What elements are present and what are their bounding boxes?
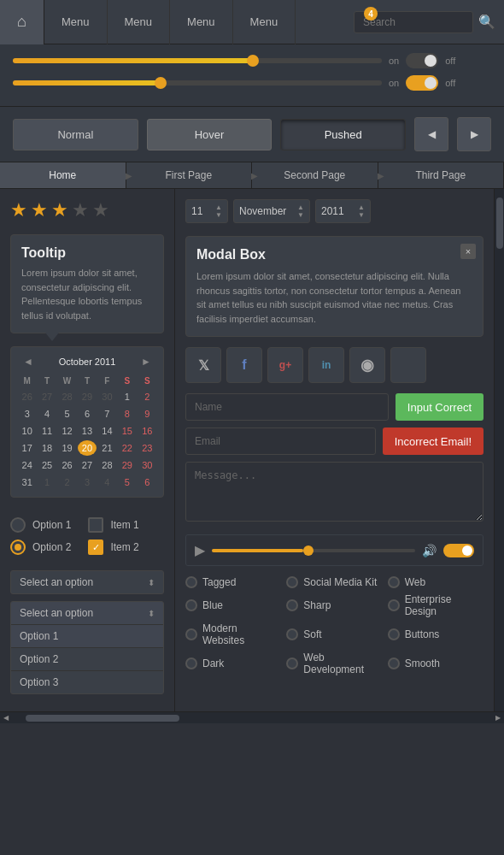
day-up-icon[interactable]: ▲ bbox=[215, 203, 222, 211]
day-down-icon[interactable]: ▼ bbox=[215, 211, 222, 219]
tag-buttons[interactable]: Buttons bbox=[388, 622, 483, 646]
cal-day[interactable]: 28 bbox=[58, 389, 76, 404]
scroll-right-arrow[interactable]: ▶ bbox=[492, 712, 504, 724]
select-option-2[interactable]: Option 2 bbox=[11, 647, 163, 670]
menu-item-4[interactable]: Menu bbox=[233, 0, 296, 44]
menu-item-3[interactable]: Menu bbox=[170, 0, 233, 44]
cal-day[interactable]: 26 bbox=[58, 457, 76, 473]
cal-today[interactable]: 20 bbox=[78, 440, 96, 456]
cal-day[interactable]: 3 bbox=[78, 475, 96, 490]
tag-tagged[interactable]: Tagged bbox=[185, 576, 281, 588]
checkbox-item-1[interactable]: Item 1 bbox=[88, 517, 138, 533]
menu-item-2[interactable]: Menu bbox=[108, 0, 171, 44]
twitter-button[interactable]: 𝕏 bbox=[185, 347, 221, 383]
cal-day[interactable]: 5 bbox=[118, 475, 136, 490]
media-toggle[interactable] bbox=[443, 544, 474, 557]
tag-dark[interactable]: Dark bbox=[185, 652, 281, 675]
tag-smooth[interactable]: Smooth bbox=[388, 652, 483, 675]
cal-day[interactable]: 27 bbox=[38, 389, 56, 404]
cal-day[interactable]: 17 bbox=[18, 440, 36, 456]
message-textarea[interactable] bbox=[185, 462, 483, 522]
cal-day[interactable]: 1 bbox=[118, 389, 136, 404]
rss-button[interactable]: ◉ bbox=[349, 347, 385, 383]
cal-day[interactable]: 8 bbox=[118, 406, 136, 422]
radio-option-1[interactable]: Option 1 bbox=[10, 517, 71, 533]
slider-2[interactable] bbox=[13, 80, 382, 86]
menu-item-1[interactable]: Menu bbox=[44, 0, 108, 44]
star-2[interactable]: ★ bbox=[31, 199, 48, 221]
cal-day[interactable]: 30 bbox=[138, 457, 156, 473]
cal-day[interactable]: 11 bbox=[38, 423, 56, 439]
star-5[interactable]: ★ bbox=[92, 199, 109, 221]
breadcrumb-first[interactable]: First Page bbox=[126, 162, 253, 188]
month-up-icon[interactable]: ▲ bbox=[297, 203, 304, 211]
volume-icon[interactable]: 🔊 bbox=[422, 544, 437, 557]
cal-day[interactable]: 28 bbox=[98, 457, 116, 473]
select-open-header[interactable]: Select an option ⬍ bbox=[11, 602, 163, 624]
cal-day[interactable]: 5 bbox=[58, 406, 76, 422]
linkedin-button[interactable]: in bbox=[308, 347, 344, 383]
toggle-1[interactable] bbox=[406, 53, 438, 68]
horizontal-scrollbar[interactable]: ◀ ▶ bbox=[0, 711, 504, 723]
incorrect-email-button[interactable]: Incorrect Email! bbox=[383, 428, 483, 455]
cal-day[interactable]: 30 bbox=[98, 389, 116, 404]
toggle-2[interactable] bbox=[406, 75, 438, 91]
prev-button[interactable]: ◀ bbox=[414, 117, 448, 151]
cal-day[interactable]: 29 bbox=[78, 389, 96, 404]
cal-day[interactable]: 27 bbox=[78, 457, 96, 473]
star-3[interactable]: ★ bbox=[51, 199, 68, 221]
tag-blue[interactable]: Blue bbox=[185, 593, 281, 617]
vertical-scrollbar[interactable] bbox=[494, 189, 504, 711]
cal-day[interactable]: 4 bbox=[98, 475, 116, 490]
cal-day[interactable]: 2 bbox=[138, 389, 156, 404]
cal-day[interactable]: 18 bbox=[38, 440, 56, 456]
cal-day[interactable]: 24 bbox=[18, 457, 36, 473]
cal-day[interactable]: 23 bbox=[138, 440, 156, 456]
tag-sharp[interactable]: Sharp bbox=[286, 593, 382, 617]
cal-day[interactable]: 16 bbox=[138, 423, 156, 439]
next-button[interactable]: ▶ bbox=[457, 117, 491, 151]
checkbox-item-2[interactable]: ✓ Item 2 bbox=[88, 540, 138, 555]
input-correct-button[interactable]: Input Correct bbox=[396, 393, 483, 421]
day-select[interactable]: 11 ▲ ▼ bbox=[185, 199, 228, 223]
breadcrumb-second[interactable]: Second Page bbox=[252, 162, 378, 188]
select-option-1[interactable]: Option 1 bbox=[11, 624, 163, 647]
cal-day[interactable]: 25 bbox=[38, 457, 56, 473]
year-down-icon[interactable]: ▼ bbox=[358, 211, 365, 219]
media-track[interactable] bbox=[212, 549, 415, 552]
cal-day[interactable]: 26 bbox=[18, 389, 36, 404]
breadcrumb-third[interactable]: Third Page bbox=[378, 162, 505, 188]
star-1[interactable]: ★ bbox=[10, 199, 27, 221]
cal-day[interactable]: 1 bbox=[38, 475, 56, 490]
cal-day[interactable]: 22 bbox=[118, 440, 136, 456]
home-button[interactable]: ⌂ bbox=[0, 0, 44, 44]
modal-close-button[interactable]: × bbox=[460, 244, 476, 259]
hover-button[interactable]: Hover bbox=[147, 119, 273, 150]
slider-1[interactable] bbox=[13, 58, 382, 63]
radio-option-2[interactable]: Option 2 bbox=[10, 540, 71, 555]
tag-modern[interactable]: Modern Websites bbox=[185, 622, 281, 646]
cal-day[interactable]: 13 bbox=[78, 423, 96, 439]
extra-social-button[interactable] bbox=[390, 347, 426, 383]
cal-day[interactable]: 14 bbox=[98, 423, 116, 439]
search-icon[interactable]: 🔍 bbox=[478, 14, 495, 30]
select-option-3[interactable]: Option 3 bbox=[11, 670, 163, 693]
googleplus-button[interactable]: g+ bbox=[267, 347, 303, 383]
cal-day[interactable]: 9 bbox=[138, 406, 156, 422]
tag-webdev[interactable]: Web Development bbox=[286, 652, 382, 675]
cal-day[interactable]: 7 bbox=[98, 406, 116, 422]
tag-social-media-kit[interactable]: Social Media Kit bbox=[286, 576, 382, 588]
star-4[interactable]: ★ bbox=[72, 199, 89, 221]
cal-day[interactable]: 29 bbox=[118, 457, 136, 473]
year-up-icon[interactable]: ▲ bbox=[358, 203, 365, 211]
horizontal-scrollbar-thumb[interactable] bbox=[26, 715, 179, 722]
cal-day[interactable]: 3 bbox=[18, 406, 36, 422]
cal-day[interactable]: 19 bbox=[58, 440, 76, 456]
month-down-icon[interactable]: ▼ bbox=[297, 211, 304, 219]
media-thumb[interactable] bbox=[303, 545, 314, 556]
play-button[interactable]: ▶ bbox=[195, 542, 205, 558]
breadcrumb-home[interactable]: Home bbox=[0, 162, 126, 188]
cal-day[interactable]: 15 bbox=[118, 423, 136, 439]
tag-web[interactable]: Web bbox=[388, 576, 483, 588]
cal-day[interactable]: 10 bbox=[18, 423, 36, 439]
